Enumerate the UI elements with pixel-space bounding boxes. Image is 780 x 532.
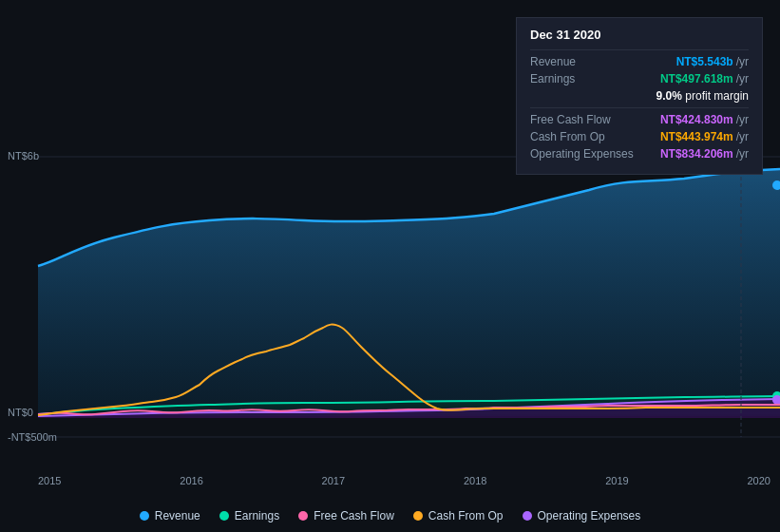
tooltip-card: Dec 31 2020 Revenue NT$5.543b/yr Earning… <box>516 17 763 175</box>
tooltip-value-fcf: NT$424.830m/yr <box>660 113 749 126</box>
chart-legend: Revenue Earnings Free Cash Flow Cash Fro… <box>0 509 780 522</box>
tooltip-row-fcf: Free Cash Flow NT$424.830m/yr <box>530 113 749 126</box>
tooltip-value-margin: 9.0% profit margin <box>656 89 749 103</box>
legend-dot-earnings <box>219 511 229 521</box>
legend-label-fcf: Free Cash Flow <box>314 509 394 522</box>
x-labels: 2015 2016 2017 2018 2019 2020 <box>38 475 770 486</box>
tooltip-value-revenue: NT$5.543b/yr <box>676 55 749 68</box>
x-label-2018: 2018 <box>464 475 486 486</box>
legend-label-revenue: Revenue <box>155 509 200 522</box>
legend-dot-revenue <box>140 511 149 521</box>
tooltip-label-earnings: Earnings <box>530 72 635 86</box>
tooltip-row-earnings: Earnings NT$497.618m/yr <box>530 72 749 86</box>
legend-dot-opex <box>523 511 532 521</box>
legend-dot-fcf <box>298 511 308 521</box>
legend-item-fcf[interactable]: Free Cash Flow <box>298 509 394 522</box>
tooltip-row-margin: 9.0% profit margin <box>530 89 749 103</box>
tooltip-row-revenue: Revenue NT$5.543b/yr <box>530 55 749 68</box>
y-label-0: NT$0 <box>8 407 33 418</box>
legend-label-cashop: Cash From Op <box>428 509 504 522</box>
tooltip-label-opex: Operating Expenses <box>530 147 635 161</box>
legend-item-earnings[interactable]: Earnings <box>219 509 279 522</box>
y-label-6b: NT$6b <box>8 150 39 162</box>
y-label-neg500m: -NT$500m <box>8 431 57 443</box>
tooltip-value-earnings: NT$497.618m/yr <box>660 72 749 86</box>
tooltip-row-cashop: Cash From Op NT$443.974m/yr <box>530 130 749 143</box>
x-label-2017: 2017 <box>322 475 345 486</box>
x-label-2015: 2015 <box>38 475 61 486</box>
legend-label-opex: Operating Expenses <box>538 509 641 522</box>
x-label-2016: 2016 <box>180 475 202 486</box>
legend-item-revenue[interactable]: Revenue <box>140 509 200 522</box>
legend-dot-cashop <box>413 511 423 521</box>
tooltip-label-fcf: Free Cash Flow <box>530 113 635 126</box>
x-label-2019: 2019 <box>605 475 628 486</box>
tooltip-label-revenue: Revenue <box>530 55 635 68</box>
tooltip-label-cashop: Cash From Op <box>530 130 635 143</box>
tooltip-value-opex: NT$834.206m/yr <box>660 147 749 161</box>
x-label-2020: 2020 <box>747 475 770 486</box>
tooltip-date: Dec 31 2020 <box>530 28 749 42</box>
legend-item-opex[interactable]: Operating Expenses <box>523 509 641 522</box>
tooltip-row-opex: Operating Expenses NT$834.206m/yr <box>530 147 749 161</box>
legend-label-earnings: Earnings <box>235 509 279 522</box>
tooltip-value-cashop: NT$443.974m/yr <box>660 130 749 143</box>
legend-item-cashop[interactable]: Cash From Op <box>413 509 504 522</box>
